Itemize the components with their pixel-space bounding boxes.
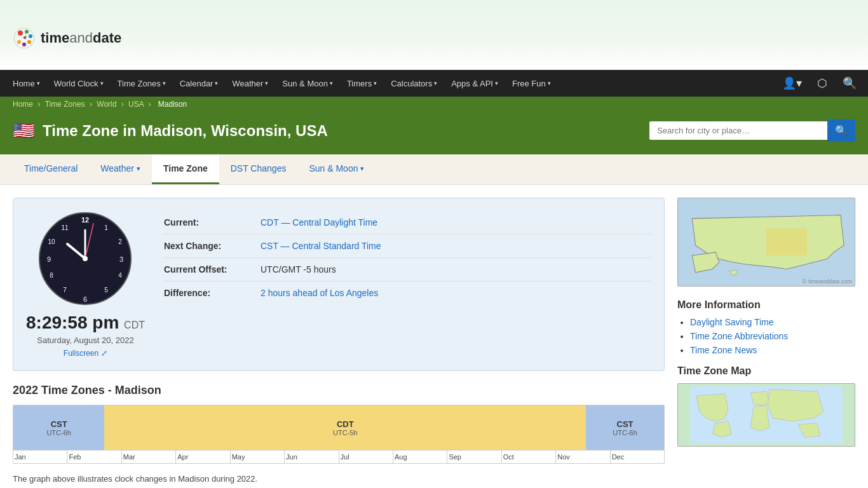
news-link[interactable]: Time Zone News	[690, 345, 757, 355]
world-map-preview	[677, 383, 855, 447]
list-item-abbreviations: Time Zone Abbreviations	[690, 331, 855, 341]
clock-section: 12 3 6 9 1 2 4 5 7 8 10 11	[13, 198, 665, 371]
content-left: 12 3 6 9 1 2 4 5 7 8 10 11	[13, 198, 665, 484]
usa-map-svg	[678, 198, 855, 286]
timeline-note: The graph above illustrates clock change…	[13, 474, 665, 484]
difference-link[interactable]: 2 hours ahead of Los Angeles	[261, 288, 378, 298]
tab-weather[interactable]: Weather ▾	[89, 154, 152, 184]
usa-map: © timeanddate.com	[677, 198, 855, 287]
search-nav-icon[interactable]: 🔍	[837, 72, 862, 94]
country-flag: 🇺🇸	[13, 120, 35, 141]
svg-point-5	[22, 43, 26, 46]
svg-text:4: 4	[119, 272, 123, 279]
main-content: 12 3 6 9 1 2 4 5 7 8 10 11	[0, 185, 868, 488]
tz-info: Current: CDT — Central Daylight Time Nex…	[164, 211, 651, 358]
fullscreen-icon: ⤢	[101, 349, 107, 358]
tab-weather-arrow: ▾	[137, 165, 140, 173]
share-icon[interactable]: ⬡	[812, 72, 832, 94]
abbreviations-link[interactable]: Time Zone Abbreviations	[690, 331, 788, 341]
account-icon[interactable]: 👤▾	[777, 72, 807, 94]
breadcrumb-home[interactable]: Home	[13, 100, 33, 109]
nav-weather-arrow: ▾	[265, 80, 268, 86]
nav-sunmoon[interactable]: Sun & Moon ▾	[276, 72, 339, 95]
tab-sunmoon-arrow: ▾	[360, 165, 364, 173]
tz-row-difference: Difference: 2 hours ahead of Los Angeles	[164, 281, 651, 304]
nav-timers-arrow: ▾	[374, 80, 377, 86]
svg-text:1: 1	[105, 224, 109, 231]
fullscreen-link[interactable]: Fullscreen ⤢	[64, 349, 107, 358]
month-sep: Sep	[447, 451, 501, 463]
timeline-months: Jan Feb Mar Apr May Jun Jul Aug Sep Oct …	[13, 450, 664, 463]
page-title: Time Zone in Madison, Wisconsin, USA	[43, 122, 328, 140]
timeline-bar-cst-left: CST UTC-6h	[13, 405, 104, 450]
map-container: © timeanddate.com	[677, 198, 855, 287]
svg-text:9: 9	[47, 255, 51, 263]
tab-timezone[interactable]: Time Zone	[152, 154, 219, 184]
svg-point-1	[18, 30, 23, 36]
nav-calculators[interactable]: Calculators ▾	[384, 72, 444, 95]
sub-tabs: Time/General Weather ▾ Time Zone DST Cha…	[0, 154, 868, 185]
more-info-section: More Information Daylight Saving Time Ti…	[677, 299, 855, 355]
svg-point-6	[17, 40, 21, 44]
page-title-bar: 🇺🇸 Time Zone in Madison, Wisconsin, USA …	[0, 112, 868, 154]
month-jan: Jan	[13, 451, 67, 463]
content-right: © timeanddate.com More Information Dayli…	[677, 198, 855, 484]
tab-dst-changes[interactable]: DST Changes	[219, 154, 298, 184]
next-change-link[interactable]: CST — Central Standard Time	[261, 241, 381, 251]
breadcrumb-usa[interactable]: USA	[128, 100, 144, 109]
breadcrumb-timezones[interactable]: Time Zones	[45, 100, 85, 109]
month-aug: Aug	[393, 451, 447, 463]
svg-text:12: 12	[81, 216, 89, 224]
nav-timers[interactable]: Timers ▾	[341, 72, 383, 95]
more-info-title: More Information	[677, 299, 855, 311]
month-feb: Feb	[67, 451, 121, 463]
svg-text:7: 7	[64, 287, 67, 294]
current-tz-link[interactable]: CDT — Central Daylight Time	[261, 217, 377, 227]
nav-right-icons: 👤▾ ⬡ 🔍	[777, 72, 862, 94]
nav-weather[interactable]: Weather ▾	[226, 72, 275, 95]
search-area: 🔍	[649, 119, 855, 142]
clock-date: Saturday, August 20, 2022	[37, 336, 133, 345]
tab-time-general[interactable]: Time/General	[13, 154, 89, 184]
timeline-bar-cst-right: CST UTC-6h	[586, 405, 664, 450]
nav-timezones[interactable]: Time Zones ▾	[111, 72, 172, 95]
svg-point-2	[25, 30, 29, 34]
world-map-svg	[678, 386, 855, 444]
month-nov: Nov	[555, 451, 609, 463]
page-title-left: 🇺🇸 Time Zone in Madison, Wisconsin, USA	[13, 120, 328, 141]
timeline-section-title: 2022 Time Zones - Madison	[13, 384, 665, 397]
svg-text:6: 6	[83, 295, 87, 303]
nav-bar: Home ▾ World Clock ▾ Time Zones ▾ Calend…	[0, 70, 868, 97]
nav-home-arrow: ▾	[37, 80, 40, 86]
dst-link[interactable]: Daylight Saving Time	[690, 317, 774, 327]
svg-text:10: 10	[48, 238, 56, 245]
tz-row-next-change: Next Change: CST — Central Standard Time	[164, 234, 651, 258]
nav-calendar[interactable]: Calendar ▾	[173, 72, 225, 95]
search-input[interactable]	[649, 121, 827, 140]
list-item-news: Time Zone News	[690, 345, 855, 355]
nav-freefun[interactable]: Free Fun ▾	[506, 72, 557, 95]
logo[interactable]: timeanddate	[13, 27, 121, 50]
month-may: May	[230, 451, 284, 463]
tz-map-section: Time Zone Map	[677, 365, 855, 447]
list-item-dst: Daylight Saving Time	[690, 317, 855, 327]
breadcrumb: Home › Time Zones › World › USA › Madiso…	[0, 97, 868, 112]
nav-home[interactable]: Home ▾	[6, 72, 46, 95]
svg-point-4	[27, 40, 31, 44]
tab-sun-moon[interactable]: Sun & Moon ▾	[297, 154, 376, 184]
nav-worldclock[interactable]: World Clock ▾	[48, 72, 110, 95]
svg-text:3: 3	[119, 255, 123, 263]
svg-point-3	[29, 34, 32, 38]
tz-map-title: Time Zone Map	[677, 365, 855, 377]
logo-text: timeanddate	[41, 30, 121, 46]
analog-clock: 12 3 6 9 1 2 4 5 7 8 10 11	[37, 211, 133, 306]
nav-freefun-arrow: ▾	[548, 80, 551, 86]
nav-sunmoon-arrow: ▾	[330, 80, 333, 86]
timeline-chart: CST UTC-6h CDT UTC-5h CST UTC-6h Jan Feb…	[13, 405, 665, 464]
search-button[interactable]: 🔍	[827, 119, 855, 142]
month-jul: Jul	[339, 451, 393, 463]
clock-visual: 12 3 6 9 1 2 4 5 7 8 10 11	[26, 211, 145, 358]
breadcrumb-world[interactable]: World	[97, 100, 116, 109]
breadcrumb-madison: Madison	[158, 100, 187, 109]
nav-appsapi[interactable]: Apps & API ▾	[445, 72, 505, 95]
